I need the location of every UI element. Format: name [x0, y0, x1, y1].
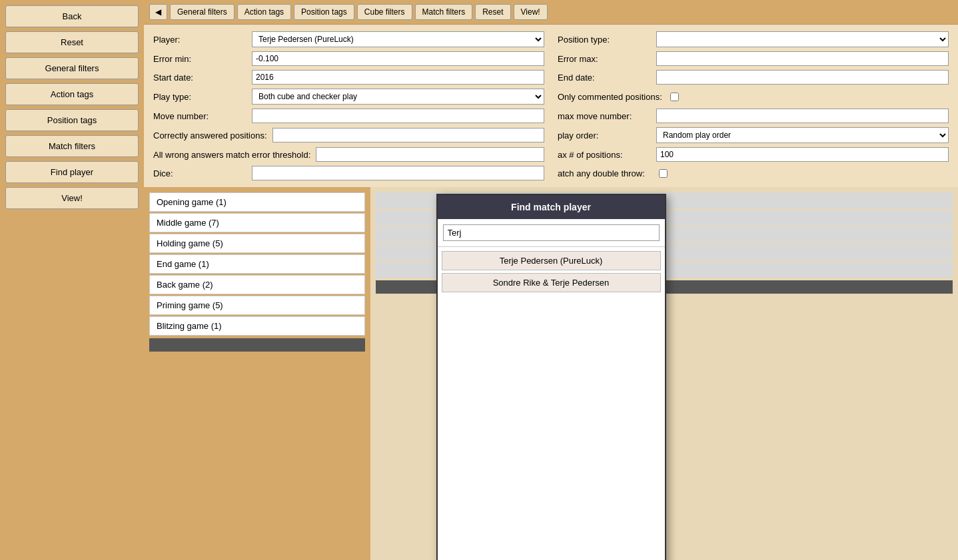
correctly-answered-label: Correctly answered positions: — [153, 131, 267, 140]
reset-button[interactable]: Reset — [5, 31, 139, 53]
match-any-double-checkbox[interactable] — [659, 169, 668, 178]
position-tags-button[interactable]: Position tags — [5, 109, 139, 131]
all-wrong-row: All wrong answers match error threshold: — [153, 147, 544, 162]
max-move-number-label: max move number: — [558, 111, 651, 121]
max-positions-row: ax # of positions: — [558, 147, 949, 162]
match-filters-button[interactable]: Match filters — [5, 135, 139, 157]
modal-search-input[interactable] — [443, 224, 660, 241]
modal-title: Find match player — [438, 195, 665, 219]
all-wrong-input[interactable] — [316, 147, 544, 162]
modal-overlay: Find match player Terje Pedersen (PureLu… — [144, 187, 958, 560]
correctly-answered-input[interactable] — [272, 128, 544, 142]
only-commented-row: Only commented positions: — [558, 89, 949, 105]
start-date-row: Start date: — [153, 70, 544, 85]
play-type-label: Play type: — [153, 92, 246, 102]
action-tags-button[interactable]: Action tags — [5, 83, 139, 105]
end-date-row: End date: — [558, 70, 949, 85]
error-max-input[interactable] — [656, 51, 949, 66]
dice-input[interactable] — [252, 166, 544, 180]
match-filters-nav-button[interactable]: Match filters — [415, 4, 473, 20]
modal-results: Terje Pedersen (PureLuck) Sondre Rike & … — [438, 247, 665, 560]
max-move-number-row: max move number: — [558, 109, 949, 123]
find-match-player-modal: Find match player Terje Pedersen (PureLu… — [436, 194, 666, 560]
start-date-input[interactable] — [252, 70, 544, 85]
only-commented-checkbox[interactable] — [670, 93, 679, 101]
play-order-label: play order: — [558, 131, 651, 140]
reset-nav-button[interactable]: Reset — [475, 4, 510, 20]
error-max-label: Error max: — [558, 54, 651, 64]
player-select[interactable]: Terje Pedersen (PureLuck) — [252, 31, 544, 47]
topnav: ◀ General filters Action tags Position t… — [144, 0, 958, 25]
match-any-double-row: atch any double throw: — [558, 166, 949, 180]
dice-row: Dice: — [153, 166, 544, 180]
back-button[interactable]: Back — [5, 5, 139, 27]
play-order-select[interactable]: Random play order — [656, 127, 949, 143]
correctly-answered-row: Correctly answered positions: — [153, 127, 544, 143]
view-nav-button[interactable]: View! — [514, 4, 548, 20]
sidebar: Back Reset General filters Action tags P… — [0, 0, 144, 560]
position-type-select[interactable] — [656, 31, 949, 47]
play-type-select[interactable]: Both cube and checker play — [252, 89, 544, 105]
position-tags-nav-button[interactable]: Position tags — [294, 4, 354, 20]
start-date-label: Start date: — [153, 73, 246, 83]
error-min-row: Error min: — [153, 51, 544, 66]
modal-result-sondre[interactable]: Sondre Rike & Terje Pedersen — [442, 273, 661, 292]
move-number-input[interactable] — [252, 109, 544, 123]
view-button[interactable]: View! — [5, 187, 139, 209]
error-min-label: Error min: — [153, 54, 246, 64]
action-tags-nav-button[interactable]: Action tags — [237, 4, 291, 20]
max-positions-input[interactable] — [656, 147, 949, 162]
player-label: Player: — [153, 35, 246, 45]
match-any-double-label: atch any double throw: — [558, 168, 651, 178]
content-area: Opening game (1) Middle game (7) Holding… — [144, 187, 958, 560]
dice-label: Dice: — [153, 168, 246, 178]
max-positions-label: ax # of positions: — [558, 150, 651, 160]
position-type-row: Position type: — [558, 31, 949, 47]
player-row: Player: Terje Pedersen (PureLuck) — [153, 31, 544, 47]
all-wrong-label: All wrong answers match error threshold: — [153, 150, 310, 160]
cube-filters-nav-button[interactable]: Cube filters — [357, 4, 412, 20]
play-order-row: play order: Random play order — [558, 127, 949, 143]
play-type-row: Play type: Both cube and checker play — [153, 89, 544, 105]
error-min-input[interactable] — [252, 51, 544, 66]
find-player-button[interactable]: Find player — [5, 161, 139, 183]
end-date-label: End date: — [558, 73, 651, 83]
modal-result-terje[interactable]: Terje Pedersen (PureLuck) — [442, 251, 661, 270]
move-number-label: Move number: — [153, 111, 246, 121]
error-max-row: Error max: — [558, 51, 949, 66]
back-arrow-button[interactable]: ◀ — [149, 4, 167, 20]
move-number-row: Move number: — [153, 109, 544, 123]
only-commented-label: Only commented positions: — [558, 92, 662, 102]
filter-area: Player: Terje Pedersen (PureLuck) Positi… — [144, 25, 958, 187]
general-filters-nav-button[interactable]: General filters — [170, 4, 235, 20]
end-date-input[interactable] — [656, 70, 949, 85]
max-move-number-input[interactable] — [656, 109, 949, 123]
modal-search-area — [438, 219, 665, 247]
position-type-label: Position type: — [558, 35, 651, 45]
general-filters-button[interactable]: General filters — [5, 57, 139, 79]
main-area: ◀ General filters Action tags Position t… — [144, 0, 958, 560]
